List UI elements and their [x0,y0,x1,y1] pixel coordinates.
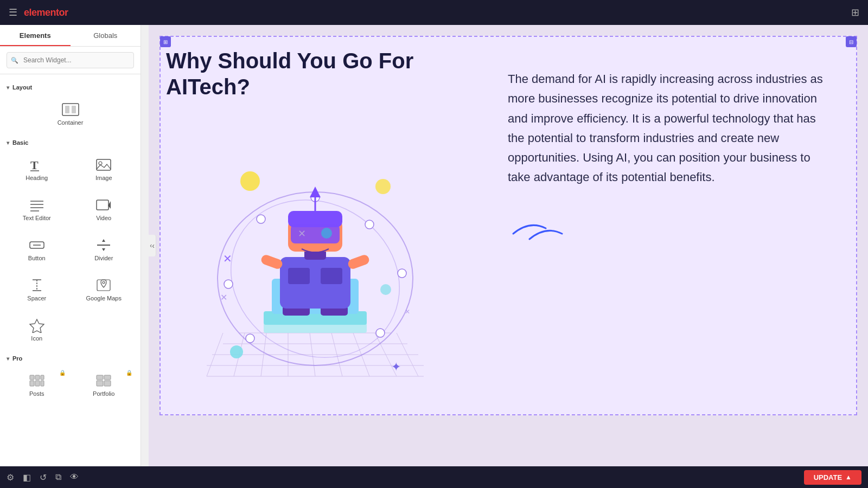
button-label: Button [28,255,46,261]
sidebar-content: ▾ Layout Container ▾ [0,74,141,466]
google-maps-label: Google Maps [86,295,122,301]
main-layout: Elements Globals ▾ Layout [0,25,868,466]
svg-rect-2 [72,106,76,113]
svg-point-79 [321,228,332,239]
canvas-content: ⊞ ⊟ Why Should You Go For AITech? [149,25,868,466]
search-box [0,47,141,74]
text-editor-label: Text Editor [23,215,51,221]
pro-widgets: 🔒 Posts 🔒 [0,364,141,406]
widget-button[interactable]: Button [4,230,69,268]
svg-rect-24 [30,375,34,380]
widget-google-maps[interactable]: Google Maps [72,271,137,309]
posts-lock-icon: 🔒 [59,370,66,376]
svg-point-59 [240,171,260,191]
svg-point-60 [375,179,391,194]
hero-heading: Why Should You Go For AITech? [166,48,464,100]
svg-rect-26 [41,375,44,380]
tab-elements[interactable]: Elements [0,25,71,46]
hamburger-icon[interactable]: ☰ [9,7,17,18]
tab-globals[interactable]: Globals [71,25,141,46]
svg-rect-72 [288,268,310,284]
widget-image[interactable]: Image [72,150,137,188]
icon-widget-icon [28,318,46,333]
widget-spacer[interactable]: Spacer [4,271,69,309]
selected-container[interactable]: ⊞ ⊟ Why Should You Go For AITech? [159,36,857,415]
container-handle-top-right[interactable]: ⊟ [846,36,857,47]
layers-icon[interactable]: ◧ [23,472,31,483]
svg-point-22 [103,281,105,284]
grid-icon[interactable]: ⊞ [851,7,859,18]
svg-point-58 [380,284,391,295]
svg-rect-0 [62,104,79,115]
svg-rect-32 [97,381,103,386]
widget-icon[interactable]: Icon [4,311,69,349]
svg-marker-16 [102,239,105,242]
deco-lines-svg [508,209,573,242]
svg-point-51 [398,269,406,278]
divider-label: Divider [94,255,113,261]
section-basic-label[interactable]: ▾ Basic [0,135,141,148]
spacer-icon [28,278,46,293]
svg-point-53 [257,215,265,223]
svg-text:✕: ✕ [220,293,227,302]
svg-rect-31 [104,375,111,380]
preview-icon[interactable]: 👁 [70,472,79,482]
svg-point-6 [99,162,102,165]
widget-text-editor[interactable]: Text Editor [4,190,69,228]
canvas-area: ⊞ ⊟ Why Should You Go For AITech? [149,25,868,466]
sidebar-collapse-handle[interactable]: ‹ [149,235,156,256]
svg-text:✕: ✕ [298,228,306,239]
widget-heading[interactable]: T Heading [4,150,69,188]
video-icon [95,197,112,213]
svg-rect-29 [41,381,44,386]
section-layout-arrow: ▾ [7,85,9,91]
update-button[interactable]: UPDATE ▲ [804,470,861,485]
svg-point-55 [246,334,254,343]
widget-container[interactable]: Container [4,95,136,133]
sidebar: Elements Globals ▾ Layout [0,25,141,466]
sidebar-tabs: Elements Globals [0,25,141,47]
widget-posts[interactable]: 🔒 Posts [4,366,69,404]
portfolio-label: Portfolio [93,390,114,397]
layout-widgets: Container [0,93,141,135]
svg-point-54 [365,220,374,229]
decorative-lines [508,209,834,244]
search-input[interactable] [7,52,134,68]
svg-point-50 [224,280,233,288]
button-icon [28,237,46,253]
section-pro-label[interactable]: ▾ Pro [0,351,141,364]
section-layout-label[interactable]: ▾ Layout [0,80,141,93]
container-icon [62,102,79,117]
hero-right-panel: The demand for AI is rapidly increasing … [475,37,856,414]
spacer-label: Spacer [27,295,46,301]
svg-rect-30 [97,375,103,380]
svg-marker-17 [102,248,105,251]
container-handle-icon-tr: ⊟ [849,39,853,45]
divider-icon [95,237,112,253]
widget-divider[interactable]: Divider [72,230,137,268]
svg-rect-11 [97,200,108,210]
elementor-logo: elementor [24,7,68,18]
settings-icon[interactable]: ⚙ [7,472,14,483]
portfolio-lock-icon: 🔒 [126,370,132,376]
top-bar: ☰ elementor ⊞ [0,0,868,25]
container-handle-icon-tl: ⊞ [163,39,168,45]
svg-rect-81 [347,254,371,271]
svg-rect-33 [104,381,111,386]
heading-label: Heading [25,175,48,181]
section-basic-arrow: ▾ [7,140,9,146]
container-handle-top-left[interactable]: ⊞ [160,36,171,47]
widget-portfolio[interactable]: 🔒 Portfolio [72,366,137,404]
robot-illustration: ✕ ✦ ✕ ✕ [180,127,451,387]
svg-rect-73 [321,268,342,284]
widget-video[interactable]: Video [72,190,137,228]
svg-text:✕: ✕ [405,308,410,316]
bottom-left-icons: ⚙ ◧ ↺ ⧉ 👁 [7,472,79,483]
hero-image-area: ✕ ✦ ✕ ✕ [166,105,464,409]
google-maps-icon [95,278,112,293]
history-icon[interactable]: ↺ [40,472,47,483]
duplicate-icon[interactable]: ⧉ [55,472,61,482]
heading-icon: T [28,157,46,172]
svg-text:T: T [30,158,39,172]
section-pro-arrow: ▾ [7,356,9,362]
